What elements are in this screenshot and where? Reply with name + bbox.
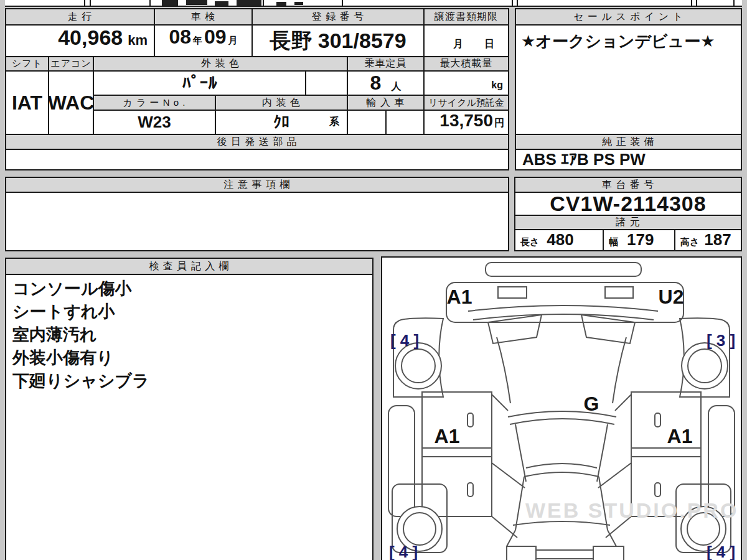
capacity-value: 8 人: [347, 70, 425, 96]
color-no-header: カ ラ ー N o .: [93, 95, 216, 111]
inspector-note-line: コンソール傷小: [12, 278, 149, 301]
notes-body: [5, 192, 509, 251]
genuine-equipment-value: ABS ｴｱB PS PW: [515, 149, 742, 170]
transfer-deadline-header: 譲渡書類期限: [423, 8, 509, 26]
import-value-right: [385, 110, 425, 135]
tire-depth-front-left: [ 4 ]: [389, 543, 418, 560]
later-parts-value: [5, 149, 509, 170]
inspection-value: 08 年 09 月: [154, 24, 253, 57]
registration-value: 長野 301/8579: [251, 24, 425, 57]
inspection-header: 車 検: [154, 8, 253, 26]
import-header: 輸 入 車: [347, 95, 425, 111]
damage-mark-door-right: A1: [667, 425, 693, 447]
damage-mark-rear-left: A1: [447, 286, 472, 308]
exterior-color-value: ﾊﾟｰﾙ: [93, 70, 306, 96]
sales-point-value: ★オークションデビュー★: [515, 24, 742, 135]
damage-mark-rear-right: U2: [659, 286, 684, 308]
transfer-deadline-value: 月 日: [423, 24, 509, 57]
color-no-value: W23: [93, 110, 216, 135]
spec-width: 幅 179: [603, 229, 675, 251]
tire-depth-rear-left: [ 4 ]: [390, 331, 419, 350]
import-value-left: [347, 110, 387, 135]
auction-sheet: 走 行 車 検 登 録 番 号 譲渡書類期限 40,968 km 08 年 09…: [0, 0, 747, 560]
mileage-header: 走 行: [5, 8, 155, 26]
shift-value: IAT: [5, 70, 49, 135]
damage-mark-door-left: A1: [435, 425, 460, 447]
interior-color-value: ｸﾛ 系: [215, 110, 348, 135]
inspector-note-line: 外装小傷有り: [12, 347, 149, 370]
chassis-box: 車 台 番 号 CV1W-2114308 諸 元 長さ 480 幅 179 高さ…: [514, 177, 742, 251]
damage-mark-center: G: [584, 393, 599, 415]
genuine-equipment-header: 純 正 装 備: [515, 134, 742, 150]
cutoff-top-row: [5, 0, 742, 7]
later-parts-header: 後 日 発 送 部 品: [5, 134, 509, 150]
tire-depth-front-right: [ 4 ]: [707, 543, 735, 560]
shift-header: シフト: [5, 56, 49, 72]
aircon-header: エアコン: [48, 56, 94, 72]
notes-header: 注 意 事 項 欄: [5, 177, 509, 193]
exterior-color-extra-cell: [305, 70, 348, 96]
spec-header: 諸 元: [514, 215, 742, 230]
sales-point-box: セ ー ル ス ポ イ ン ト ★オークションデビュー★ 純 正 装 備 ABS…: [515, 8, 742, 170]
inspector-note-line: 下廻りシャシブラ: [12, 370, 149, 393]
sales-point-header: セ ー ル ス ポ イ ン ト: [515, 8, 742, 26]
mileage-value: 40,968 km: [5, 24, 155, 57]
chassis-header: 車 台 番 号: [514, 177, 742, 193]
capacity-header: 乗車定員: [347, 56, 425, 72]
inspector-note-line: シートすれ小: [12, 301, 149, 324]
max-load-header: 最大積載量: [423, 56, 509, 72]
spec-height: 高さ 187: [674, 229, 742, 251]
exterior-color-header: 外 装 色: [93, 56, 348, 72]
inspector-note-line: 室内薄汚れ: [12, 324, 149, 347]
spec-length: 長さ 480: [514, 229, 604, 251]
tire-depth-rear-right: [ 3 ]: [707, 331, 735, 350]
recycle-deposit-header: リサイクル預託金: [423, 95, 509, 111]
aircon-value: WAC: [48, 70, 94, 135]
car-diagram: WEB STUDIO.PRO A1 U2 [ 4 ] [ 3 ] G A1 A1…: [382, 258, 741, 560]
inspector-notes-box: 検 査 員 記 入 欄 コンソール傷小 シートすれ小 室内薄汚れ 外装小傷有り …: [5, 258, 374, 560]
inspector-notes-body: コンソール傷小 シートすれ小 室内薄汚れ 外装小傷有り 下廻りシャシブラ: [5, 274, 374, 560]
notes-box: 注 意 事 項 欄: [5, 177, 509, 251]
inspector-notes-header: 検 査 員 記 入 欄: [5, 258, 374, 275]
chassis-value: CV1W-2114308: [514, 192, 742, 216]
car-diagram-box: WEB STUDIO.PRO A1 U2 [ 4 ] [ 3 ] G A1 A1…: [381, 256, 742, 560]
registration-header: 登 録 番 号: [251, 8, 425, 26]
recycle-deposit-value: 13,750 円: [423, 110, 509, 135]
vehicle-data-table: 走 行 車 検 登 録 番 号 譲渡書類期限 40,968 km 08 年 09…: [5, 8, 509, 170]
diagram-watermark: WEB STUDIO.PRO: [525, 498, 738, 522]
interior-color-header: 内 装 色: [215, 95, 348, 111]
max-load-value: kg: [423, 70, 509, 96]
